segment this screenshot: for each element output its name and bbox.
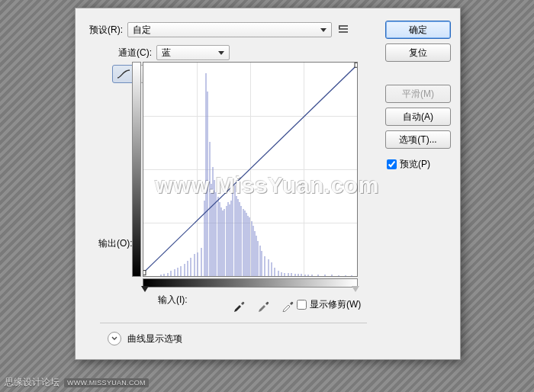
channel-combo[interactable]: 蓝	[156, 45, 230, 60]
input-gradient	[143, 278, 358, 288]
preview-label: 预览(P)	[400, 158, 430, 171]
chevron-down-icon	[108, 332, 121, 345]
preset-menu-icon[interactable]	[338, 24, 349, 35]
show-clipping-check[interactable]: 显示修剪(W)	[297, 298, 361, 311]
eyedropper-group	[231, 297, 297, 313]
channel-value: 蓝	[162, 47, 171, 59]
footer-url: WWW.MISSYUAN.COM	[64, 378, 149, 387]
display-options-expander[interactable]: 曲线显示选项	[108, 332, 182, 345]
channel-label: 通道(C):	[118, 47, 152, 59]
preset-label: 预设(R):	[89, 24, 123, 37]
white-point-slider[interactable]	[352, 286, 359, 292]
reset-button[interactable]: 复位	[385, 43, 451, 62]
black-eyedropper-icon[interactable]	[231, 297, 248, 313]
curves-dialog: 预设(R): 自定 通道(C): 蓝	[75, 8, 461, 360]
preset-combo[interactable]: 自定	[127, 22, 332, 37]
output-label: 输出(O):	[98, 237, 133, 250]
display-options-label: 曲线显示选项	[127, 333, 182, 345]
preset-row: 预设(R): 自定	[89, 22, 349, 37]
output-gradient	[132, 62, 141, 277]
options-button[interactable]: 选项(T)...	[385, 130, 451, 149]
preset-value: 自定	[133, 24, 151, 37]
separator	[100, 323, 367, 323]
smooth-button: 平滑(M)	[385, 85, 451, 103]
preview-checkbox[interactable]	[387, 159, 397, 169]
footer-text: 思缘设计论坛	[5, 376, 60, 389]
preview-check[interactable]: 预览(P)	[387, 158, 451, 171]
auto-button[interactable]: 自动(A)	[385, 108, 451, 126]
histogram	[143, 63, 357, 276]
show-clipping-label: 显示修剪(W)	[310, 298, 361, 311]
gray-eyedropper-icon[interactable]	[256, 297, 272, 313]
dialog-buttons: 确定 复位 平滑(M) 自动(A) 选项(T)... 预览(P)	[385, 21, 451, 171]
white-eyedropper-icon[interactable]	[280, 297, 297, 313]
page-footer: 思缘设计论坛 WWW.MISSYUAN.COM	[5, 376, 149, 389]
ok-button[interactable]: 确定	[385, 21, 451, 39]
channel-row: 通道(C): 蓝	[118, 45, 230, 60]
curve-graph[interactable]	[143, 62, 358, 277]
show-clipping-checkbox[interactable]	[297, 300, 307, 310]
input-label: 输入(I):	[158, 294, 188, 307]
black-point-slider[interactable]	[141, 286, 149, 292]
